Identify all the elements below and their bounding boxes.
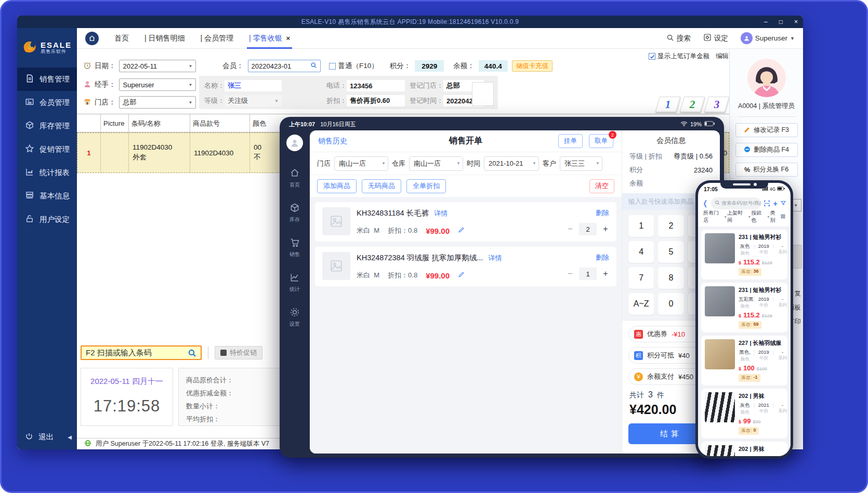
chevron-down-icon: ▼ xyxy=(189,100,193,105)
sidebar-item-usersettings[interactable]: 用户设定 xyxy=(17,208,77,231)
item-delete-link[interactable]: 删除 xyxy=(596,253,609,262)
back-chevron-icon[interactable]: ❬ xyxy=(702,199,708,207)
member-level-select[interactable]: 关注级▼ xyxy=(225,95,282,106)
numpad-key[interactable]: 7 xyxy=(628,267,654,289)
stored-card-recharge-button[interactable]: 储值卡充值 xyxy=(512,60,553,72)
qty-plus-button[interactable]: + xyxy=(602,269,609,278)
item-detail-link[interactable]: 详情 xyxy=(488,254,502,263)
item-delete-link[interactable]: 删除 xyxy=(596,208,609,218)
phone-search-input[interactable]: 搜索条码/款号/商品名 xyxy=(711,197,761,209)
tablet-nav-stats[interactable]: 统计 xyxy=(290,272,300,293)
exit-button[interactable]: 退出 xyxy=(38,432,54,442)
numpad-key[interactable]: 8 xyxy=(658,267,683,289)
sidebar-item-members[interactable]: 会员管理 xyxy=(17,91,77,114)
handler-select[interactable]: Superuser▼ xyxy=(119,78,196,91)
plus-icon[interactable]: + xyxy=(773,199,778,207)
filter-warehouse-label: 仓库 xyxy=(392,159,405,168)
edit-record-button[interactable]: 修改记录 F3 xyxy=(735,123,798,137)
tab-daily-sales[interactable]: | 日销售明细 xyxy=(144,34,185,43)
qty-minus-button[interactable]: − xyxy=(567,269,574,278)
sales-history-link[interactable]: 销售历史 xyxy=(318,137,347,146)
sidebar-item-promotions[interactable]: 促销管理 xyxy=(17,138,77,161)
hold-order-button[interactable]: 挂单 xyxy=(558,134,583,148)
delete-item-button[interactable]: 删除商品 F4 xyxy=(735,143,798,157)
whole-order-discount-button[interactable]: 全单折扣 xyxy=(406,179,446,193)
sidebar-item-label: 基本信息 xyxy=(40,191,70,201)
filter-warehouse-select[interactable]: 南山一店▼ xyxy=(409,156,463,171)
screen-tab-2[interactable]: 2 xyxy=(680,97,705,112)
special-promo-button[interactable]: 特价促销 xyxy=(215,346,262,359)
filter-listing-time[interactable]: 上架时间▼ xyxy=(727,209,751,224)
user-menu[interactable]: Superuser ▼ xyxy=(741,32,795,44)
filter-all-stores[interactable]: 所有门店▼ xyxy=(703,209,727,224)
close-tab-icon[interactable]: × xyxy=(286,34,291,42)
col-style-no: 商品款号 xyxy=(190,114,250,133)
no-code-product-button[interactable]: 无码商品 xyxy=(362,179,401,193)
numpad-key[interactable]: 2 xyxy=(658,215,683,237)
pill-value: ¥40 xyxy=(678,352,690,359)
filter-store-select[interactable]: 南山一店▼ xyxy=(334,156,388,171)
minimize-button[interactable]: – xyxy=(764,19,768,25)
numpad-key-az[interactable]: A~Z xyxy=(628,293,654,315)
numpad-key[interactable]: 1 xyxy=(628,215,654,237)
search-icon[interactable] xyxy=(310,62,317,70)
edit-price-icon[interactable] xyxy=(458,271,465,279)
numpad-key[interactable]: 0 xyxy=(658,293,683,315)
store-select[interactable]: 总部▼ xyxy=(119,96,196,109)
screen-tab-1[interactable]: 1 xyxy=(655,97,681,112)
home-icon[interactable] xyxy=(85,32,99,45)
numpad-key[interactable]: 5 xyxy=(658,241,683,263)
retrieve-order-button[interactable]: 取单 2 xyxy=(589,134,613,148)
collapse-sidebar-icon[interactable]: ◀ xyxy=(68,434,72,440)
tablet-nav-home[interactable]: 首页 xyxy=(290,168,300,189)
attr-year: 2019 xyxy=(757,349,770,355)
chevron-down-icon: ▼ xyxy=(767,215,770,219)
tablet-nav-settings[interactable]: 设置 xyxy=(290,307,300,328)
item-detail-link[interactable]: 详情 xyxy=(434,209,448,218)
qty-minus-button[interactable]: − xyxy=(567,224,574,234)
search-button[interactable]: 搜索 xyxy=(666,34,691,43)
settings-button[interactable]: 设定 xyxy=(703,33,728,43)
maximize-button[interactable]: □ xyxy=(779,19,783,25)
home-icon xyxy=(290,168,300,179)
filter-time-select[interactable]: 2021-10-21▼ xyxy=(484,156,539,171)
filter-customer-select[interactable]: 张三三▼ xyxy=(560,156,602,171)
battery-percent: 19% xyxy=(690,121,702,127)
sidebar-item-sales[interactable]: 销售管理 xyxy=(17,68,77,91)
qty-value[interactable]: 2 xyxy=(579,223,597,235)
barcode-scan-input[interactable]: F2 扫描或输入条码 xyxy=(81,345,202,360)
screen-tab-3[interactable]: 3 xyxy=(704,97,730,112)
qty-plus-button[interactable]: + xyxy=(602,224,609,234)
product-card[interactable]: 231 | 短袖男衬衫 五彩黑颜色| 2019年份| -系列| 牧品牌 $115… xyxy=(701,283,787,332)
tablet-nav-sales[interactable]: 销售 xyxy=(290,237,300,258)
normal-customer-checkbox[interactable]: 普通（F10） xyxy=(329,61,378,71)
edit-price-icon[interactable] xyxy=(458,226,465,235)
filter-by-color[interactable]: 按款色▼ xyxy=(751,209,770,224)
tablet-user-avatar[interactable] xyxy=(286,135,303,151)
filter-category[interactable]: 类别 xyxy=(770,209,785,224)
sidebar-item-basicinfo[interactable]: 基本信息 xyxy=(17,184,77,208)
scan-icon[interactable] xyxy=(764,200,770,207)
qty-value[interactable]: 1 xyxy=(579,268,597,280)
product-card[interactable]: 231 | 短袖男衬衫 灰色颜色| 2019年份| -系列| 牧品牌 $115.… xyxy=(701,230,787,279)
clear-order-button[interactable]: 清空 xyxy=(589,179,614,193)
product-card[interactable]: 227 | 长袖羽绒服 黑色,颜色| 2019年份| -系列| 李宁品牌 $10… xyxy=(701,336,787,385)
close-button[interactable]: × xyxy=(794,19,798,25)
date-select[interactable]: 2022-05-11▼ xyxy=(119,60,196,72)
show-last-order-checkbox[interactable]: 显示上笔订单金额 xyxy=(649,52,709,61)
button-fragment[interactable] xyxy=(793,245,802,269)
tab-member-mgmt[interactable]: | 会员管理 xyxy=(201,34,234,43)
filter-funnel-icon[interactable] xyxy=(780,200,786,206)
pill-value: -¥10 xyxy=(672,330,685,338)
tab-retail-pos[interactable]: | 零售收银 × xyxy=(249,34,290,43)
member-no-input[interactable]: 20220423-01 xyxy=(248,60,321,72)
product-card[interactable]: 202 | 男袜 灰色颜色| 2021年份| -系列| 阿迪达斯品牌 $99$9… xyxy=(701,389,787,438)
sidebar-item-reports[interactable]: 统计报表 xyxy=(17,161,77,184)
points-redeem-button[interactable]: % 积分兑换 F6 xyxy=(735,163,798,177)
tablet-nav-inventory[interactable]: 库存 xyxy=(290,203,300,223)
numpad-key[interactable]: 4 xyxy=(628,241,654,263)
add-product-button[interactable]: 添加商品 xyxy=(317,179,357,193)
product-card[interactable]: 202 | 男袜 xyxy=(701,442,787,456)
sidebar-item-inventory[interactable]: 库存管理 xyxy=(17,114,77,138)
tab-home[interactable]: 首页 xyxy=(114,34,129,43)
